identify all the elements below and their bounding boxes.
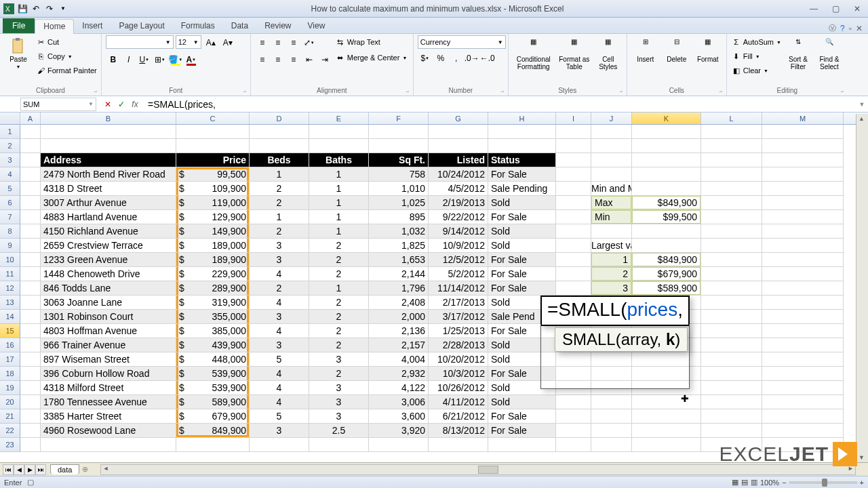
- row-header[interactable]: 13: [0, 296, 20, 310]
- format-painter-button[interactable]: 🖌Format Painter: [35, 64, 97, 77]
- row-header[interactable]: 20: [0, 395, 20, 409]
- formula-input[interactable]: =SMALL(prices,: [145, 99, 856, 110]
- cell[interactable]: 10/26/2012: [429, 381, 488, 395]
- cell[interactable]: [429, 125, 488, 139]
- cell[interactable]: $679,900: [176, 409, 250, 424]
- cell[interactable]: [488, 438, 556, 452]
- cell[interactable]: Largest values: [591, 239, 632, 253]
- delete-cells-button[interactable]: ⊟Delete: [663, 35, 691, 66]
- cell[interactable]: 2: [309, 253, 369, 267]
- cell[interactable]: 2: [250, 281, 309, 296]
- cell[interactable]: [632, 125, 701, 139]
- align-right-icon[interactable]: ≡: [286, 52, 301, 67]
- cell[interactable]: Max: [591, 196, 632, 210]
- cell[interactable]: [20, 281, 41, 296]
- cell[interactable]: 4318 Milford Street: [41, 381, 176, 395]
- cell[interactable]: Min: [591, 210, 632, 224]
- cell[interactable]: [632, 239, 701, 253]
- expand-formula-icon[interactable]: ▼: [856, 101, 868, 108]
- cell[interactable]: 1233 Green Avenue: [41, 253, 176, 267]
- col-header-L[interactable]: L: [701, 113, 762, 124]
- maximize-icon[interactable]: ▢: [827, 3, 844, 14]
- cell[interactable]: 3: [250, 338, 309, 352]
- cell[interactable]: [556, 196, 591, 210]
- page-break-view-icon[interactable]: ▥: [751, 478, 757, 487]
- row-header[interactable]: 21: [0, 409, 20, 424]
- cell[interactable]: [556, 167, 591, 182]
- cell[interactable]: [701, 210, 762, 224]
- cell[interactable]: 4: [250, 395, 309, 409]
- cell[interactable]: 9/22/2012: [429, 210, 488, 224]
- cell[interactable]: $129,900: [176, 210, 250, 224]
- cell[interactable]: [632, 167, 701, 182]
- cell[interactable]: 3: [250, 424, 309, 438]
- cell[interactable]: [556, 281, 591, 296]
- row-header[interactable]: 2: [0, 139, 20, 153]
- cell[interactable]: [632, 438, 701, 452]
- cell[interactable]: $99,500: [632, 210, 701, 224]
- cell[interactable]: Status: [488, 153, 556, 167]
- cell[interactable]: [20, 153, 41, 167]
- cell[interactable]: [591, 125, 632, 139]
- cell[interactable]: [591, 395, 632, 409]
- cell[interactable]: $448,000: [176, 352, 250, 367]
- italic-button[interactable]: I: [121, 52, 136, 67]
- cell[interactable]: [762, 296, 844, 310]
- border-button[interactable]: ⊞▼: [153, 52, 167, 67]
- cell[interactable]: Baths: [309, 153, 369, 167]
- cell[interactable]: 1,653: [369, 253, 429, 267]
- cell[interactable]: [762, 182, 844, 196]
- cell[interactable]: [591, 167, 632, 182]
- cell[interactable]: 1: [309, 196, 369, 210]
- increase-decimal-icon[interactable]: .0→: [465, 51, 479, 66]
- cell[interactable]: [762, 139, 844, 153]
- cell[interactable]: [20, 395, 41, 409]
- cell[interactable]: [20, 338, 41, 352]
- cell[interactable]: 1: [309, 281, 369, 296]
- cell[interactable]: 2: [309, 239, 369, 253]
- cell[interactable]: 3007 Arthur Avenue: [41, 196, 176, 210]
- cell[interactable]: [632, 352, 701, 367]
- align-middle-icon[interactable]: ≡: [271, 35, 285, 50]
- cell[interactable]: [762, 324, 844, 338]
- cell[interactable]: 4960 Rosewood Lane: [41, 424, 176, 438]
- cell[interactable]: 897 Wiseman Street: [41, 352, 176, 367]
- row-header[interactable]: 17: [0, 352, 20, 367]
- cell[interactable]: 2: [250, 196, 309, 210]
- cell[interactable]: $589,900: [176, 395, 250, 409]
- cell[interactable]: 3: [309, 381, 369, 395]
- cell[interactable]: 3: [250, 239, 309, 253]
- shrink-font-icon[interactable]: A▾: [220, 35, 235, 50]
- cell[interactable]: [762, 310, 844, 324]
- row-header[interactable]: 4: [0, 167, 20, 182]
- cell[interactable]: [556, 267, 591, 281]
- cell[interactable]: 2479 North Bend River Road: [41, 167, 176, 182]
- cell[interactable]: [369, 438, 429, 452]
- cell[interactable]: 966 Trainer Avenue: [41, 338, 176, 352]
- row-header[interactable]: 15: [0, 324, 20, 338]
- window-close-icon[interactable]: ✕: [856, 24, 863, 33]
- col-header-J[interactable]: J: [591, 113, 632, 124]
- cell[interactable]: [176, 125, 250, 139]
- cell[interactable]: [591, 224, 632, 239]
- col-header-I[interactable]: I: [556, 113, 591, 124]
- tab-home[interactable]: Home: [35, 19, 74, 34]
- cell[interactable]: Sold: [488, 338, 556, 352]
- cell[interactable]: [556, 367, 591, 381]
- cell[interactable]: $229,900: [176, 267, 250, 281]
- format-cells-button[interactable]: ▦Format: [694, 35, 722, 66]
- cell[interactable]: 4883 Hartland Avenue: [41, 210, 176, 224]
- cell[interactable]: 1: [309, 182, 369, 196]
- decrease-indent-icon[interactable]: ⇤: [302, 52, 317, 67]
- cell[interactable]: [556, 153, 591, 167]
- tab-page-layout[interactable]: Page Layout: [111, 18, 172, 33]
- fill-button[interactable]: ⬇Fill▼: [731, 49, 781, 63]
- cell[interactable]: [556, 125, 591, 139]
- cell[interactable]: 3,006: [369, 395, 429, 409]
- cell[interactable]: [20, 409, 41, 424]
- cell[interactable]: 5/2/2012: [429, 267, 488, 281]
- cell[interactable]: [701, 409, 762, 424]
- cell[interactable]: [20, 182, 41, 196]
- cell[interactable]: [701, 167, 762, 182]
- cell[interactable]: [701, 310, 762, 324]
